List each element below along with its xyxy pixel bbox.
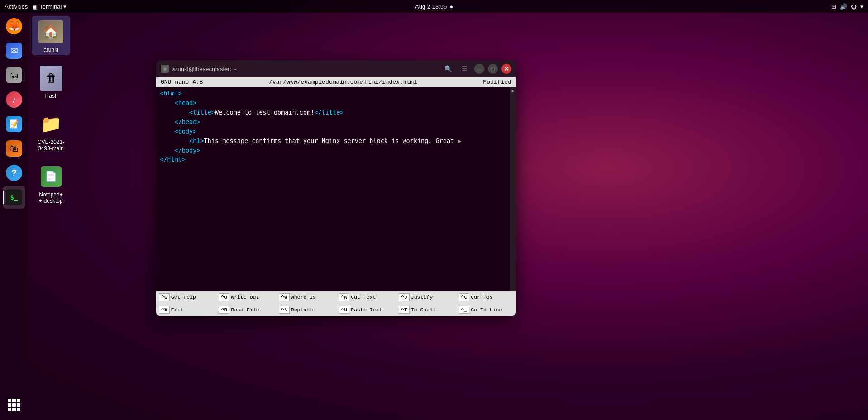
nano-cmd-get-help[interactable]: ^G Get Help [156, 293, 216, 301]
read-file-label: Read File [231, 307, 259, 313]
sidebar-item-apps[interactable] [3, 394, 25, 416]
datetime-display: Aug 2 13:56 [415, 3, 447, 10]
cut-text-label: Cut Text [351, 294, 376, 300]
menu-button[interactable]: ☰ [458, 62, 471, 75]
scroll-thumb: ▶ [512, 88, 515, 94]
nano-cmd-exit[interactable]: ^X Exit [156, 306, 216, 314]
nano-cmd-read-file[interactable]: ^R Read File [216, 306, 277, 314]
system-tray: ⊞ 🔊 ⏻ ▾ [831, 3, 863, 10]
sidebar-item-firefox[interactable]: 🦊 [3, 15, 25, 38]
nano-footer-bar: ^G Get Help ^O Write Out ^W Where Is ^K … [156, 291, 516, 316]
sidebar-item-files[interactable]: 🗂 [3, 64, 25, 86]
nano-editor-content[interactable]: <html> <head> <title>Welcome to test_dom… [156, 87, 516, 291]
nano-footer-row2: ^X Exit ^R Read File ^\ Replace ^U Paste… [156, 304, 516, 316]
cve-icon-label: CVE-2021-3493-main [34, 139, 68, 152]
sidebar-item-libreoffice[interactable]: 📝 [3, 113, 25, 135]
sidebar-item-terminal[interactable]: $_ [3, 186, 25, 209]
justify-label: Justify [411, 294, 433, 300]
nano-cmd-paste-text[interactable]: ^U Paste Text [336, 306, 396, 314]
files-icon: 🗂 [6, 67, 22, 83]
nano-cmd-justify[interactable]: ^J Justify [396, 293, 456, 301]
terminal-window-title: arunkl@thesecmaster: ~ [172, 66, 236, 72]
terminal-titlebar: ▣ arunkl@thesecmaster: ~ 🔍 ☰ ─ □ ✕ [156, 60, 516, 77]
desktop-icons-area: 🏠 arunkl 🗑 Trash 📁 CVE-2021-3493-main [32, 16, 70, 206]
power-icon[interactable]: ⏻ [851, 3, 857, 10]
terminal-window: ▣ arunkl@thesecmaster: ~ 🔍 ☰ ─ □ ✕ GNU n… [156, 60, 516, 316]
search-button[interactable]: 🔍 [442, 62, 454, 75]
sidebar-item-help[interactable]: ? [3, 162, 25, 184]
nano-cmd-to-spell[interactable]: ^T To Spell [396, 306, 456, 314]
home-folder-icon: 🏠 [38, 18, 65, 45]
desktop-icon-home[interactable]: 🏠 arunkl [32, 16, 70, 55]
nano-cmd-replace[interactable]: ^\ Replace [276, 306, 336, 314]
to-spell-key: ^T [399, 306, 410, 314]
cve-folder-icon: 📁 [38, 110, 65, 138]
nano-cmd-cur-pos[interactable]: ^C Cur Pos [456, 293, 516, 301]
editor-text: <html> <head> <title>Welcome to test_dom… [160, 89, 512, 164]
close-button[interactable]: ✕ [501, 64, 511, 74]
read-file-key: ^R [219, 306, 230, 314]
libreoffice-icon: 📝 [6, 116, 22, 132]
nano-version-label: GNU nano 4.8 [161, 79, 203, 86]
nano-cmd-where-is[interactable]: ^W Where Is [276, 293, 336, 301]
notepad-icon-label: Notepad++.desktop [39, 191, 62, 204]
terminal-window-icon: ▣ [161, 65, 169, 73]
nano-footer-row1: ^G Get Help ^O Write Out ^W Where Is ^K … [156, 291, 516, 304]
desktop: Activities ▣ Terminal ▾ Aug 2 13:56 ● ⊞ … [0, 0, 868, 420]
appstore-icon: 🛍 [6, 140, 22, 157]
apps-grid-icon [6, 397, 22, 413]
nano-modified-label: Modified [483, 79, 511, 86]
nano-cmd-write-out[interactable]: ^O Write Out [216, 293, 277, 301]
home-icon-label: arunkl [43, 47, 58, 53]
justify-key: ^J [399, 293, 410, 301]
maximize-button[interactable]: □ [488, 64, 498, 74]
cur-pos-label: Cur Pos [471, 294, 492, 300]
where-is-key: ^W [279, 293, 290, 301]
topbar: Activities ▣ Terminal ▾ Aug 2 13:56 ● ⊞ … [0, 0, 868, 13]
mail-icon: ✉ [6, 43, 22, 59]
cur-pos-key: ^C [459, 293, 470, 301]
status-dot: ● [449, 3, 453, 10]
write-out-key: ^O [219, 293, 230, 301]
sidebar-item-appstore[interactable]: 🛍 [3, 137, 25, 160]
firefox-icon: 🦊 [6, 18, 22, 34]
terminal-icon-small: ▣ [32, 3, 38, 10]
exit-key: ^X [159, 306, 170, 314]
help-icon: ? [6, 165, 22, 181]
network-icon[interactable]: ⊞ [831, 3, 836, 10]
paste-text-key: ^U [339, 306, 350, 314]
get-help-key: ^G [159, 293, 170, 301]
where-is-label: Where Is [291, 294, 316, 300]
sidebar-dock: 🦊 ✉ 🗂 ♪ 📝 🛍 [0, 13, 28, 420]
replace-label: Replace [291, 307, 313, 313]
cut-text-key: ^K [339, 293, 350, 301]
nano-header-bar: GNU nano 4.8 /var/www/exampledomain.com/… [156, 77, 516, 87]
activities-button[interactable]: Activities [5, 3, 28, 10]
dropdown-arrow[interactable]: ▾ [860, 3, 863, 10]
write-out-label: Write Out [231, 294, 259, 300]
exit-label: Exit [171, 307, 184, 313]
notepad-app-icon: 📄 [38, 163, 65, 190]
terminal-dropdown-arrow: ▾ [63, 3, 67, 10]
go-to-line-label: Go To Line [471, 307, 502, 313]
desktop-icon-trash[interactable]: 🗑 Trash [32, 62, 70, 101]
replace-key: ^\ [279, 306, 290, 314]
terminal-app-icon: $_ [6, 189, 22, 205]
volume-icon[interactable]: 🔊 [840, 3, 847, 10]
terminal-menu[interactable]: ▣ Terminal ▾ [32, 3, 67, 10]
trash-icon-label: Trash [44, 93, 57, 99]
get-help-label: Get Help [171, 294, 196, 300]
terminal-menu-label: Terminal [39, 3, 62, 10]
sidebar-item-rhythmbox[interactable]: ♪ [3, 88, 25, 111]
desktop-icon-cve[interactable]: 📁 CVE-2021-3493-main [32, 108, 70, 154]
minimize-button[interactable]: ─ [474, 64, 484, 74]
scrollbar[interactable]: ▶ [510, 87, 516, 291]
desktop-icon-notepad[interactable]: 📄 Notepad++.desktop [32, 161, 70, 206]
trash-folder-icon: 🗑 [38, 64, 65, 91]
sidebar-item-mail[interactable]: ✉ [3, 39, 25, 62]
nano-cmd-cut-text[interactable]: ^K Cut Text [336, 293, 396, 301]
nano-filepath-label: /var/www/exampledomain.com/html/index.ht… [269, 79, 417, 86]
paste-text-label: Paste Text [351, 307, 382, 313]
rhythmbox-icon: ♪ [6, 91, 22, 108]
nano-cmd-go-to-line[interactable]: ^_ Go To Line [456, 306, 516, 314]
